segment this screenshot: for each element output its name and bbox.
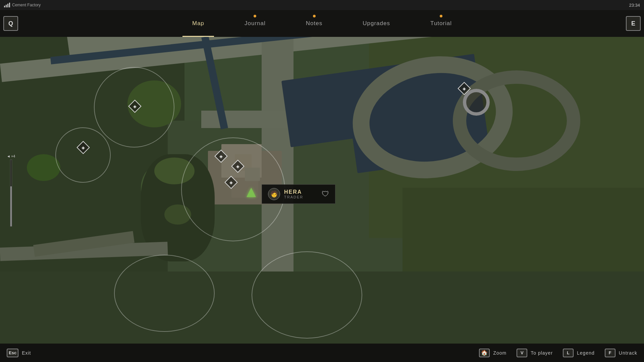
location-label: Cement Factory [12,3,41,7]
map-area[interactable]: 🧑 HERA TRADER 🛡 ◄ ×4 [0,37,644,344]
marker-center-3[interactable] [226,178,236,187]
tab-tutorial-label: Tutorial [430,20,452,27]
exit-button[interactable]: Esc Exit [7,349,31,357]
f-key-badge: F [605,349,615,357]
tab-journal-label: Journal [245,20,266,27]
nav-left-key[interactable]: Q [3,16,18,31]
tab-journal[interactable]: Journal [224,10,286,37]
hera-shield-icon: 🛡 [322,190,329,198]
to-player-button[interactable]: V To player [517,349,553,357]
diamond-icon-3 [214,149,228,163]
zoom-button[interactable]: 🏠 Zoom [479,349,506,357]
marker-center-2[interactable] [233,162,243,171]
zoom-fill [10,186,12,226]
track-detail-1 [453,70,580,171]
zoom-bar[interactable] [10,160,12,227]
tab-tutorial[interactable]: Tutorial [410,10,472,37]
zoom-arrow: ◄ [7,154,10,158]
esc-key-badge: Esc [7,349,18,357]
diamond-icon-1 [128,100,142,113]
bottom-bar: Esc Exit 🏠 Zoom V To player L Legend F U… [0,344,644,362]
diamond-icon-6 [458,82,471,95]
tab-notes-label: Notes [306,20,322,27]
hera-avatar: 🧑 [268,188,280,200]
topbar-left: Cement Factory [4,3,41,7]
tab-map-label: Map [192,20,204,27]
tab-upgrades-label: Upgrades [363,20,390,27]
player-marker [247,188,256,197]
zoom-indicator: ◄ ×4 [7,154,15,227]
marker-upper-left[interactable] [130,102,140,111]
zoom-btn-label: Zoom [493,350,506,356]
diamond-icon-5 [224,176,238,189]
untrack-label: Untrack [619,350,637,356]
navigation-bar: Q Map Journal Notes Upgrades Tutorial E [0,10,644,37]
hera-avatar-icon: 🧑 [270,190,278,198]
diamond-icon-2 [76,141,90,154]
zone-left-small [55,127,111,183]
journal-notification-dot [254,15,256,17]
nav-tabs: Map Journal Notes Upgrades Tutorial [21,10,623,37]
zoom-value: ×4 [11,154,15,158]
exit-label: Exit [22,350,31,356]
nav-right-key[interactable]: E [626,16,641,31]
zoom-label: ◄ ×4 [7,154,15,158]
zone-bottom-center [252,251,362,339]
signal-icon [4,3,10,7]
marker-center-1[interactable] [216,152,226,161]
notes-notification-dot [313,15,316,17]
tab-map[interactable]: Map [172,10,224,37]
tutorial-notification-dot [440,15,442,17]
marker-upper-right[interactable] [460,84,469,93]
l-key-badge: L [563,349,574,357]
to-player-label: To player [531,350,553,356]
hera-role: TRADER [284,195,318,199]
zoom-icon-badge: 🏠 [479,349,490,357]
map-background: 🧑 HERA TRADER 🛡 ◄ ×4 [0,37,644,344]
hera-info: HERA TRADER [284,189,318,199]
tab-notes[interactable]: Notes [286,10,342,37]
player-triangle-icon [247,188,256,197]
diamond-icon-4 [231,160,245,173]
marker-left-small[interactable] [78,143,88,152]
zone-bottom-left [114,255,215,332]
untrack-button[interactable]: F Untrack [605,349,637,357]
legend-button[interactable]: L Legend [563,349,595,357]
tab-upgrades[interactable]: Upgrades [342,10,410,37]
system-topbar: Cement Factory 23:34 [0,0,644,10]
legend-label: Legend [577,350,595,356]
hera-tooltip[interactable]: 🧑 HERA TRADER 🛡 [262,184,335,204]
clock: 23:34 [629,3,640,8]
hera-name: HERA [284,189,318,195]
v-key-badge: V [517,349,527,357]
